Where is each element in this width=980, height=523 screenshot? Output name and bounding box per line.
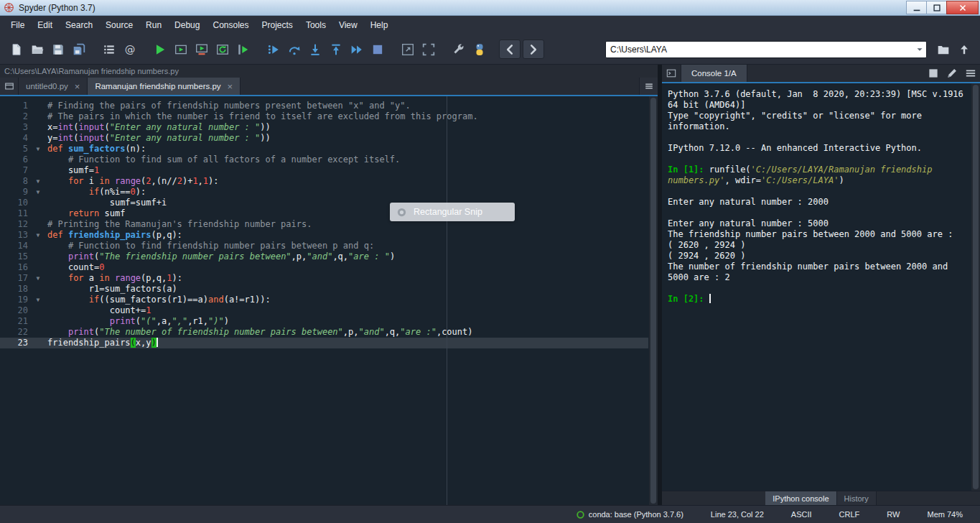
code-editor[interactable]: 1# Finding the pairs of friendship numbe… [0, 96, 658, 505]
scrollbar-thumb[interactable] [650, 98, 656, 504]
code-line[interactable]: 12# Printing the Ramanujan's friendship … [0, 219, 648, 230]
maximize-pane-button[interactable] [397, 39, 418, 60]
code-line[interactable]: 16 count=0 [0, 262, 648, 273]
step-out-button[interactable] [325, 39, 346, 60]
run-selection-button[interactable] [233, 39, 253, 60]
code-line[interactable]: 14 # Function to find friendship number … [0, 241, 648, 251]
run-file-icon [154, 43, 167, 56]
scrollbar-thumb[interactable] [973, 85, 979, 489]
run-cell-button[interactable] [170, 39, 191, 60]
code-text: # Finding the pairs of friendship number… [45, 101, 648, 111]
chevron-down-icon[interactable] [915, 45, 925, 55]
ipython-console[interactable]: Python 3.7.6 (default, Jan 8 2020, 20:23… [662, 83, 980, 491]
pane-tab-history[interactable]: History [837, 491, 877, 505]
close-tab-icon[interactable]: × [228, 82, 233, 91]
code-line[interactable]: 5▼def sum_factors(n): [0, 144, 648, 154]
code-text: # Printing the Ramanujan's friendship nu… [45, 219, 648, 230]
step-into-button[interactable] [304, 39, 325, 60]
close-tab-icon[interactable]: × [75, 82, 80, 91]
menu-file[interactable]: File [4, 16, 31, 34]
menu-view[interactable]: View [332, 16, 364, 34]
fullscreen-button[interactable] [418, 39, 439, 60]
back-button[interactable] [499, 40, 521, 59]
console-new-button[interactable] [662, 65, 681, 82]
run-file-button[interactable] [149, 39, 170, 60]
menu-help[interactable]: Help [364, 16, 395, 34]
menu-debug[interactable]: Debug [168, 16, 206, 34]
code-line[interactable]: 22 print("The number of friendship numbe… [0, 327, 648, 338]
clear-console-button[interactable] [943, 65, 961, 82]
code-line[interactable]: 19▼ if((sum_factors(r1)==a)and(a!=r1)): [0, 295, 648, 305]
fold-arrow-icon[interactable]: ▼ [32, 176, 45, 187]
fold-gutter [32, 111, 45, 122]
code-line[interactable]: 8▼ for i in range(2,(n//2)+1,1): [0, 176, 648, 187]
working-directory-input[interactable] [610, 45, 915, 55]
code-line[interactable]: 6 # Function to find sum of all factors … [0, 154, 648, 165]
code-line[interactable]: 17▼ for a in range(p,q,1): [0, 273, 648, 284]
working-directory-combobox[interactable] [605, 41, 927, 58]
menu-run[interactable]: Run [139, 16, 168, 34]
code-line[interactable]: 21 print("(",a,",",r1,")") [0, 316, 648, 327]
editor-tab-ramanujan-friendship-numbers-py[interactable]: Ramanujan friendship numbers.py× [88, 78, 241, 95]
debug-file-button[interactable] [263, 39, 284, 60]
menu-search[interactable]: Search [59, 16, 99, 34]
code-line[interactable]: 3x=int(input("Enter any natural number :… [0, 122, 648, 133]
menu-consoles[interactable]: Consoles [206, 16, 255, 34]
python-path-manager-icon [473, 43, 486, 56]
code-line[interactable]: 1# Finding the pairs of friendship numbe… [0, 101, 648, 111]
step-over-button[interactable] [284, 39, 304, 60]
go-to-parent-button[interactable] [953, 39, 974, 60]
fold-arrow-icon[interactable]: ▼ [32, 187, 45, 198]
menu-tools[interactable]: Tools [299, 16, 332, 34]
menu-edit[interactable]: Edit [31, 16, 59, 34]
code-line[interactable]: 18 r1=sum_factors(a) [0, 284, 648, 295]
close-button[interactable] [946, 1, 979, 14]
editor-options-menu-button[interactable] [639, 78, 658, 95]
options-menu-button[interactable] [961, 65, 980, 82]
preferences-button[interactable] [448, 39, 469, 60]
step-into-icon [309, 43, 322, 56]
code-text: for a in range(p,q,1): [45, 273, 648, 284]
python-path-manager-button[interactable] [469, 39, 490, 60]
code-line[interactable]: 15 print("The friendship number pairs be… [0, 251, 648, 262]
menu-projects[interactable]: Projects [256, 16, 299, 34]
console-line [668, 132, 970, 143]
fold-arrow-icon[interactable]: ▼ [32, 273, 45, 284]
browse-tabs-button[interactable] [0, 78, 19, 95]
code-line[interactable]: 13▼def friendship_pairs(p,q): [0, 230, 648, 241]
rerun-last-cell-button[interactable] [212, 39, 233, 60]
code-line[interactable]: 10 sumf=sumf+i [0, 198, 648, 208]
forward-button[interactable] [523, 40, 544, 59]
fold-arrow-icon[interactable]: ▼ [32, 144, 45, 154]
line-number: 13 [0, 230, 32, 241]
run-cell-advance-button[interactable] [191, 39, 212, 60]
editor-tab-untitled0-py[interactable]: untitled0.py× [19, 78, 88, 95]
code-line[interactable]: 4y=int(input("Enter any natural number :… [0, 133, 648, 144]
console-scrollbar[interactable] [971, 83, 980, 491]
fold-arrow-icon[interactable]: ▼ [32, 295, 45, 305]
open-file-button[interactable] [27, 39, 47, 60]
save-all-button[interactable] [68, 39, 89, 60]
new-file-button[interactable] [6, 39, 27, 60]
tab-console-1a[interactable]: Console 1/A [681, 65, 747, 82]
code-line[interactable]: 7 sumf=1 [0, 165, 648, 176]
code-line[interactable]: 11 return sumf [0, 208, 648, 219]
file-switcher-button[interactable] [98, 39, 119, 60]
open-directory-button[interactable] [933, 39, 953, 60]
save-file-button[interactable] [47, 39, 68, 60]
code-line[interactable]: 23friendship_pairs(x,y) [0, 338, 648, 348]
stop-debug-button[interactable] [367, 39, 388, 60]
continue-execution-button[interactable] [346, 39, 367, 60]
maximize-button[interactable] [926, 1, 947, 14]
menu-source[interactable]: Source [99, 16, 139, 34]
code-line[interactable]: 20 count+=1 [0, 305, 648, 316]
code-line[interactable]: 2# The pairs in which the number is frie… [0, 111, 648, 122]
code-line[interactable]: 9▼ if(n%i==0): [0, 187, 648, 198]
interrupt-kernel-button[interactable] [924, 65, 943, 82]
editor-scrollbar[interactable] [649, 96, 658, 505]
fold-arrow-icon[interactable]: ▼ [32, 230, 45, 241]
text-cursor [157, 338, 158, 347]
minimize-button[interactable] [906, 1, 927, 14]
pane-tab-ipython-console[interactable]: IPython console [765, 491, 836, 505]
symbol-finder-button[interactable]: @ [119, 39, 140, 60]
